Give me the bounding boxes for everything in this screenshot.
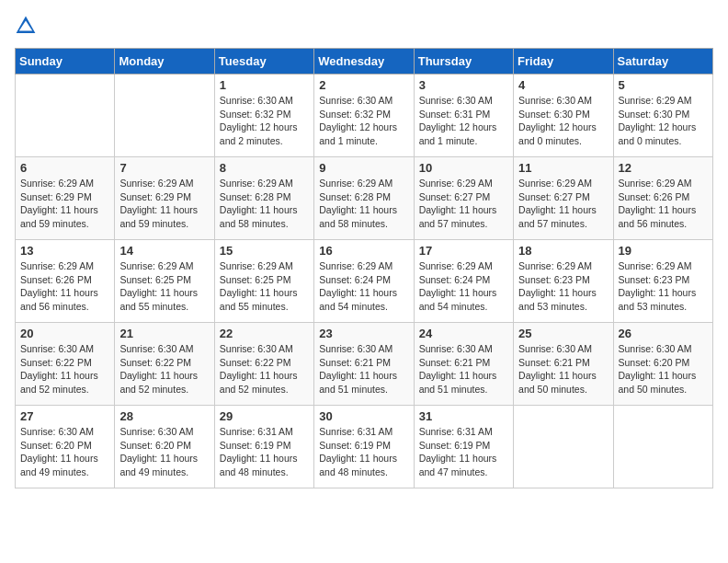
day-number: 30 [319, 409, 408, 423]
weekday-header-monday: Monday [115, 49, 214, 75]
day-number: 9 [319, 161, 408, 175]
calendar-cell: 17Sunrise: 6:29 AM Sunset: 6:24 PM Dayli… [414, 240, 513, 323]
calendar-cell [514, 406, 613, 488]
calendar-cell: 13Sunrise: 6:29 AM Sunset: 6:26 PM Dayli… [16, 240, 115, 323]
day-info: Sunrise: 6:29 AM Sunset: 6:24 PM Dayligh… [419, 259, 508, 314]
calendar-cell [613, 406, 712, 488]
day-number: 16 [319, 244, 408, 258]
logo [15, 15, 40, 37]
day-number: 11 [518, 161, 608, 175]
calendar-cell: 27Sunrise: 6:30 AM Sunset: 6:20 PM Dayli… [16, 406, 115, 488]
day-number: 17 [419, 244, 508, 258]
day-info: Sunrise: 6:30 AM Sunset: 6:20 PM Dayligh… [119, 425, 209, 479]
day-info: Sunrise: 6:29 AM Sunset: 6:27 PM Dayligh… [518, 177, 608, 231]
day-number: 28 [119, 409, 209, 423]
weekday-header-sunday: Sunday [16, 49, 115, 75]
day-info: Sunrise: 6:30 AM Sunset: 6:21 PM Dayligh… [319, 342, 408, 396]
day-info: Sunrise: 6:29 AM Sunset: 6:23 PM Dayligh… [619, 259, 708, 314]
page-header [15, 15, 713, 37]
day-number: 3 [419, 78, 508, 92]
day-number: 13 [20, 244, 109, 258]
day-info: Sunrise: 6:29 AM Sunset: 6:25 PM Dayligh… [119, 259, 209, 314]
calendar-cell: 1Sunrise: 6:30 AM Sunset: 6:32 PM Daylig… [214, 75, 313, 157]
day-number: 6 [20, 161, 109, 175]
calendar-cell: 3Sunrise: 6:30 AM Sunset: 6:31 PM Daylig… [414, 75, 513, 157]
day-number: 10 [419, 161, 508, 175]
day-info: Sunrise: 6:31 AM Sunset: 6:19 PM Dayligh… [419, 425, 508, 479]
day-number: 12 [619, 161, 708, 175]
day-number: 14 [119, 244, 209, 258]
day-number: 1 [220, 78, 309, 92]
calendar-cell: 20Sunrise: 6:30 AM Sunset: 6:22 PM Dayli… [16, 323, 115, 406]
calendar-cell: 16Sunrise: 6:29 AM Sunset: 6:24 PM Dayli… [314, 240, 414, 323]
calendar-cell: 8Sunrise: 6:29 AM Sunset: 6:28 PM Daylig… [214, 157, 313, 240]
day-number: 5 [619, 78, 708, 92]
day-number: 22 [220, 327, 309, 340]
calendar-cell: 28Sunrise: 6:30 AM Sunset: 6:20 PM Dayli… [115, 406, 214, 488]
day-info: Sunrise: 6:29 AM Sunset: 6:26 PM Dayligh… [20, 259, 109, 314]
calendar-cell: 23Sunrise: 6:30 AM Sunset: 6:21 PM Dayli… [314, 323, 414, 406]
calendar-cell: 14Sunrise: 6:29 AM Sunset: 6:25 PM Dayli… [115, 240, 214, 323]
day-number: 7 [119, 161, 209, 175]
calendar-cell: 10Sunrise: 6:29 AM Sunset: 6:27 PM Dayli… [414, 157, 513, 240]
calendar-cell: 31Sunrise: 6:31 AM Sunset: 6:19 PM Dayli… [414, 406, 513, 488]
day-info: Sunrise: 6:29 AM Sunset: 6:24 PM Dayligh… [319, 259, 408, 314]
calendar-cell: 12Sunrise: 6:29 AM Sunset: 6:26 PM Dayli… [613, 157, 712, 240]
calendar-table: SundayMondayTuesdayWednesdayThursdayFrid… [15, 48, 713, 488]
day-number: 19 [619, 244, 708, 258]
calendar-week-row: 13Sunrise: 6:29 AM Sunset: 6:26 PM Dayli… [16, 240, 713, 323]
weekday-header-row: SundayMondayTuesdayWednesdayThursdayFrid… [16, 49, 713, 75]
calendar-cell: 15Sunrise: 6:29 AM Sunset: 6:25 PM Dayli… [214, 240, 313, 323]
weekday-header-friday: Friday [514, 49, 613, 75]
calendar-cell: 29Sunrise: 6:31 AM Sunset: 6:19 PM Dayli… [214, 406, 313, 488]
day-number: 18 [518, 244, 608, 258]
day-number: 31 [419, 409, 508, 423]
day-info: Sunrise: 6:30 AM Sunset: 6:32 PM Dayligh… [220, 94, 309, 148]
day-number: 21 [119, 327, 209, 340]
calendar-cell: 6Sunrise: 6:29 AM Sunset: 6:29 PM Daylig… [16, 157, 115, 240]
calendar-cell: 18Sunrise: 6:29 AM Sunset: 6:23 PM Dayli… [514, 240, 613, 323]
day-info: Sunrise: 6:30 AM Sunset: 6:30 PM Dayligh… [518, 94, 608, 148]
calendar-cell: 25Sunrise: 6:30 AM Sunset: 6:21 PM Dayli… [514, 323, 613, 406]
calendar-week-row: 20Sunrise: 6:30 AM Sunset: 6:22 PM Dayli… [16, 323, 713, 406]
calendar-cell: 21Sunrise: 6:30 AM Sunset: 6:22 PM Dayli… [115, 323, 214, 406]
calendar-cell: 26Sunrise: 6:30 AM Sunset: 6:20 PM Dayli… [613, 323, 712, 406]
day-number: 4 [518, 78, 608, 92]
day-number: 29 [220, 409, 309, 423]
calendar-cell [16, 75, 115, 157]
day-info: Sunrise: 6:29 AM Sunset: 6:27 PM Dayligh… [419, 177, 508, 231]
day-number: 24 [419, 327, 508, 340]
day-info: Sunrise: 6:31 AM Sunset: 6:19 PM Dayligh… [319, 425, 408, 479]
day-info: Sunrise: 6:29 AM Sunset: 6:25 PM Dayligh… [220, 259, 309, 314]
calendar-cell: 24Sunrise: 6:30 AM Sunset: 6:21 PM Dayli… [414, 323, 513, 406]
day-info: Sunrise: 6:29 AM Sunset: 6:28 PM Dayligh… [220, 177, 309, 231]
day-info: Sunrise: 6:30 AM Sunset: 6:20 PM Dayligh… [619, 342, 708, 396]
calendar-cell: 5Sunrise: 6:29 AM Sunset: 6:30 PM Daylig… [613, 75, 712, 157]
calendar-week-row: 27Sunrise: 6:30 AM Sunset: 6:20 PM Dayli… [16, 406, 713, 488]
calendar-week-row: 6Sunrise: 6:29 AM Sunset: 6:29 PM Daylig… [16, 157, 713, 240]
day-info: Sunrise: 6:29 AM Sunset: 6:29 PM Dayligh… [20, 177, 109, 231]
calendar-cell: 30Sunrise: 6:31 AM Sunset: 6:19 PM Dayli… [314, 406, 414, 488]
day-info: Sunrise: 6:30 AM Sunset: 6:31 PM Dayligh… [419, 94, 508, 148]
day-number: 27 [20, 409, 109, 423]
calendar-cell: 19Sunrise: 6:29 AM Sunset: 6:23 PM Dayli… [613, 240, 712, 323]
calendar-week-row: 1Sunrise: 6:30 AM Sunset: 6:32 PM Daylig… [16, 75, 713, 157]
day-number: 20 [20, 327, 109, 340]
weekday-header-thursday: Thursday [414, 49, 513, 75]
day-info: Sunrise: 6:30 AM Sunset: 6:32 PM Dayligh… [319, 94, 408, 148]
logo-icon [15, 15, 37, 37]
day-info: Sunrise: 6:30 AM Sunset: 6:21 PM Dayligh… [518, 342, 608, 396]
day-number: 8 [220, 161, 309, 175]
day-number: 23 [319, 327, 408, 340]
weekday-header-wednesday: Wednesday [314, 49, 414, 75]
day-info: Sunrise: 6:30 AM Sunset: 6:22 PM Dayligh… [20, 342, 109, 396]
day-number: 25 [518, 327, 608, 340]
calendar-cell: 9Sunrise: 6:29 AM Sunset: 6:28 PM Daylig… [314, 157, 414, 240]
day-info: Sunrise: 6:29 AM Sunset: 6:29 PM Dayligh… [119, 177, 209, 231]
day-info: Sunrise: 6:31 AM Sunset: 6:19 PM Dayligh… [220, 425, 309, 479]
calendar-cell: 22Sunrise: 6:30 AM Sunset: 6:22 PM Dayli… [214, 323, 313, 406]
day-info: Sunrise: 6:30 AM Sunset: 6:22 PM Dayligh… [119, 342, 209, 396]
day-info: Sunrise: 6:30 AM Sunset: 6:21 PM Dayligh… [419, 342, 508, 396]
day-number: 15 [220, 244, 309, 258]
day-info: Sunrise: 6:30 AM Sunset: 6:22 PM Dayligh… [220, 342, 309, 396]
